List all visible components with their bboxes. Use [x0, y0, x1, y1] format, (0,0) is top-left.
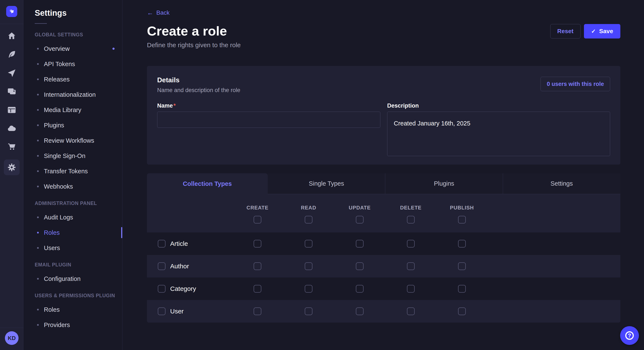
- column-header-publish: PUBLISH: [436, 205, 488, 211]
- sidebar-item-roles-up[interactable]: Roles: [24, 304, 122, 316]
- article-publish-checkbox[interactable]: [458, 240, 466, 247]
- sidebar-item-users[interactable]: Users: [24, 242, 122, 254]
- save-label: Save: [599, 28, 613, 35]
- author-read-checkbox[interactable]: [305, 262, 312, 270]
- sidebar-item-audit-logs[interactable]: Audit Logs: [24, 211, 122, 223]
- bullet-icon: [37, 186, 39, 187]
- sidebar-item-plugins[interactable]: Plugins: [24, 119, 122, 131]
- author-create-checkbox[interactable]: [254, 262, 261, 270]
- users-with-role-button[interactable]: 0 users with this role: [540, 77, 610, 91]
- strapi-logo-icon: [8, 8, 15, 15]
- strapi-logo[interactable]: [6, 6, 17, 17]
- sidebar-item-api-tokens[interactable]: API Tokens: [24, 58, 122, 70]
- back-link[interactable]: ← Back: [147, 9, 170, 16]
- help-button[interactable]: ?: [620, 326, 639, 345]
- sidebar-item-media-library[interactable]: Media Library: [24, 104, 122, 116]
- page-title: Create a role: [147, 23, 620, 38]
- article-read-checkbox[interactable]: [305, 240, 312, 247]
- sidebar-item-internationalization[interactable]: Internationalization: [24, 89, 122, 101]
- bullet-icon: [37, 109, 39, 111]
- sidebar-item-transfer-tokens[interactable]: Transfer Tokens: [24, 165, 122, 177]
- user-create-checkbox[interactable]: [254, 308, 261, 315]
- bullet-icon: [37, 324, 39, 326]
- row-label: Author: [170, 263, 189, 270]
- article-update-checkbox[interactable]: [356, 240, 364, 247]
- select-all-create-checkbox[interactable]: [254, 216, 261, 223]
- settings-icon[interactable]: [4, 160, 20, 175]
- sidebar-item-releases[interactable]: Releases: [24, 73, 122, 85]
- deploy-icon[interactable]: [4, 67, 20, 79]
- author-delete-checkbox[interactable]: [407, 262, 415, 270]
- category-update-checkbox[interactable]: [356, 285, 364, 293]
- column-header-create: CREATE: [232, 205, 283, 211]
- required-asterisk: *: [174, 103, 176, 109]
- tab-plugins[interactable]: Plugins: [385, 173, 502, 194]
- author-update-checkbox[interactable]: [356, 262, 364, 270]
- table-row-user: User: [147, 300, 620, 323]
- home-icon[interactable]: [4, 30, 20, 42]
- notification-dot: [112, 48, 114, 50]
- column-header-delete: DELETE: [385, 205, 436, 211]
- bullet-icon: [37, 78, 39, 80]
- author-publish-checkbox[interactable]: [458, 262, 466, 270]
- column-header-update: UPDATE: [334, 205, 385, 211]
- active-item-indicator: [121, 227, 122, 238]
- bullet-icon: [37, 216, 39, 218]
- marketplace-icon[interactable]: [4, 141, 20, 153]
- sidebar-item-configuration[interactable]: Configuration: [24, 273, 122, 285]
- role-name-input[interactable]: [157, 112, 380, 128]
- sidebar-item-single-sign-on[interactable]: Single Sign-On: [24, 150, 122, 162]
- bullet-icon: [37, 309, 39, 311]
- tab-settings[interactable]: Settings: [503, 173, 620, 194]
- sidebar-item-providers[interactable]: Providers: [24, 319, 122, 331]
- select-all-update-checkbox[interactable]: [356, 216, 364, 223]
- sidebar-item-roles-admin[interactable]: Roles: [24, 227, 122, 239]
- description-label: Description: [387, 103, 610, 109]
- subnav-title-underline: [35, 23, 47, 24]
- role-description-textarea[interactable]: Created January 16th, 2025: [387, 112, 610, 156]
- content-manager-icon[interactable]: [4, 48, 20, 60]
- row-label: Category: [170, 285, 196, 292]
- table-row-article: Article: [147, 232, 620, 255]
- user-row-checkbox[interactable]: [158, 308, 166, 315]
- content-type-builder-icon[interactable]: [4, 104, 20, 116]
- category-delete-checkbox[interactable]: [407, 285, 415, 293]
- reset-button[interactable]: Reset: [550, 24, 580, 38]
- article-delete-checkbox[interactable]: [407, 240, 415, 247]
- table-row-category: Category: [147, 278, 620, 300]
- media-library-icon[interactable]: [4, 85, 20, 97]
- bullet-icon: [37, 63, 39, 65]
- sidebar-item-overview[interactable]: Overview: [24, 43, 122, 55]
- cloud-icon[interactable]: [4, 123, 20, 134]
- category-publish-checkbox[interactable]: [458, 285, 466, 293]
- back-arrow-icon: ←: [147, 9, 153, 16]
- save-button[interactable]: ✓ Save: [584, 24, 620, 38]
- tab-single-types[interactable]: Single Types: [268, 173, 385, 194]
- user-publish-checkbox[interactable]: [458, 308, 466, 315]
- select-all-delete-checkbox[interactable]: [407, 216, 415, 223]
- table-row-author: Author: [147, 255, 620, 278]
- bullet-icon: [37, 94, 39, 95]
- back-label: Back: [156, 9, 170, 16]
- user-delete-checkbox[interactable]: [407, 308, 415, 315]
- sidebar-item-review-workflows[interactable]: Review Workflows: [24, 135, 122, 147]
- category-row-checkbox[interactable]: [158, 285, 166, 293]
- avatar[interactable]: KD: [5, 331, 18, 345]
- category-create-checkbox[interactable]: [254, 285, 261, 293]
- name-label: Name: [157, 103, 173, 109]
- category-read-checkbox[interactable]: [305, 285, 312, 293]
- article-create-checkbox[interactable]: [254, 240, 261, 247]
- row-label: Article: [170, 240, 188, 247]
- tab-collection-types[interactable]: Collection Types: [147, 173, 268, 194]
- details-subheading: Name and description of the role: [157, 87, 240, 94]
- author-row-checkbox[interactable]: [158, 262, 166, 270]
- user-update-checkbox[interactable]: [356, 308, 364, 315]
- select-all-publish-checkbox[interactable]: [458, 216, 466, 223]
- user-read-checkbox[interactable]: [305, 308, 312, 315]
- select-all-read-checkbox[interactable]: [305, 216, 312, 223]
- question-mark-icon: ?: [625, 331, 634, 340]
- permissions-table: CREATE READ UPDATE DELETE PUBLISH: [147, 194, 620, 323]
- sidebar-item-webhooks[interactable]: Webhooks: [24, 180, 122, 192]
- article-row-checkbox[interactable]: [158, 240, 166, 247]
- icon-rail: KD: [0, 0, 24, 350]
